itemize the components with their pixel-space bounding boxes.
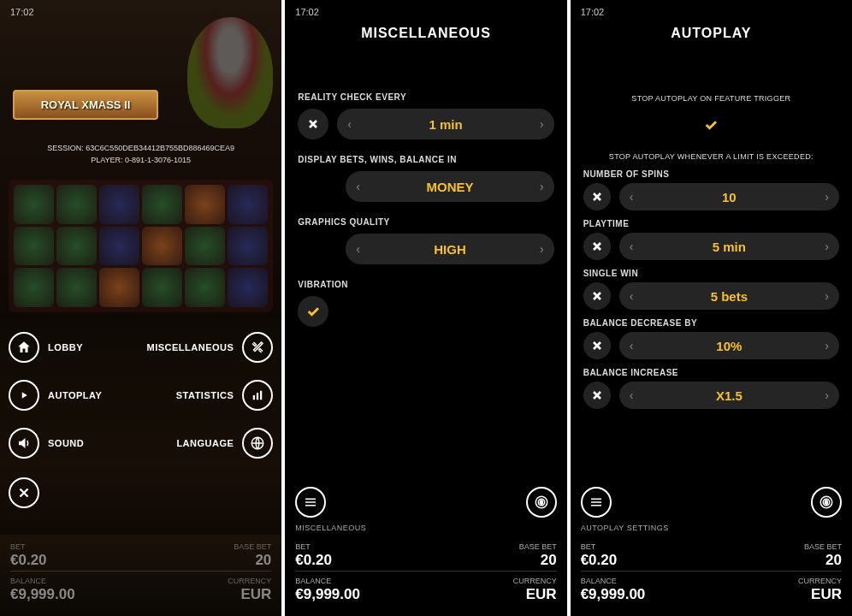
- panel-title: AUTOPLAY: [571, 26, 852, 41]
- speaker-icon: [16, 435, 32, 451]
- stop-limit-label: STOP AUTOPLAY WHENEVER A LIMIT IS EXCEED…: [583, 152, 839, 161]
- globe-icon: [250, 435, 265, 451]
- reel-symbol: [228, 185, 268, 224]
- chevron-left-icon[interactable]: ‹: [356, 180, 360, 193]
- reel-symbol: [228, 268, 268, 307]
- check-icon: [305, 304, 321, 319]
- bal-dec-disable[interactable]: [583, 332, 611, 359]
- sound-label: SOUND: [48, 438, 84, 448]
- basebet-label: BASE BET: [519, 542, 557, 551]
- menu-button[interactable]: [581, 487, 612, 518]
- bal-inc-selector[interactable]: ‹X1.5›: [619, 382, 839, 409]
- bal-dec-selector[interactable]: ‹10%›: [619, 332, 839, 359]
- spins-disable[interactable]: [583, 183, 611, 210]
- reel-symbol: [14, 185, 54, 224]
- stop-feature-toggle[interactable]: [695, 110, 726, 140]
- single-win-selector[interactable]: ‹5 bets›: [619, 282, 839, 310]
- chevron-left-icon[interactable]: ‹: [630, 240, 634, 253]
- menu-button[interactable]: [295, 487, 326, 518]
- chevron-left-icon[interactable]: ‹: [356, 242, 360, 256]
- reality-check-selector[interactable]: ‹ 1 min ›: [337, 109, 553, 139]
- bet-button[interactable]: $: [811, 487, 842, 518]
- sound-button[interactable]: [9, 428, 39, 459]
- chart-icon: [250, 388, 265, 403]
- chevron-right-icon[interactable]: ›: [825, 240, 829, 253]
- close-icon: [590, 339, 604, 352]
- chevron-left-icon[interactable]: ‹: [347, 117, 352, 131]
- spins-value: 10: [722, 190, 737, 204]
- balance-label: BALANCE: [581, 577, 646, 585]
- currency-label: CURRENCY: [513, 577, 557, 585]
- stop-feature-label: STOP AUTOPLAY ON FEATURE TRIGGER: [583, 94, 839, 103]
- basebet-label: BASE BET: [234, 542, 271, 551]
- vibration-label: VIBRATION: [298, 280, 553, 289]
- svg-rect-2: [260, 391, 262, 400]
- chevron-right-icon[interactable]: ›: [540, 117, 544, 131]
- display-mode-value: MONEY: [426, 180, 473, 194]
- bal-inc-label: BALANCE INCREASE: [583, 368, 839, 377]
- stats-bar: BET€0.20 BASE BET20 BALANCE€9,999.00 CUR…: [0, 537, 281, 616]
- misc-button[interactable]: [242, 332, 273, 363]
- svg-rect-0: [253, 395, 255, 400]
- chevron-left-icon[interactable]: ‹: [630, 339, 634, 352]
- currency-value: EUR: [811, 586, 842, 603]
- stats-button[interactable]: [242, 380, 273, 411]
- lobby-label: LOBBY: [48, 342, 83, 352]
- reel-symbol: [142, 227, 182, 266]
- check-icon: [703, 117, 719, 133]
- basebet-value: 20: [255, 552, 271, 569]
- language-button[interactable]: [242, 428, 273, 459]
- currency-label: CURRENCY: [798, 577, 842, 585]
- bal-inc-value: X1.5: [716, 388, 743, 403]
- chevron-left-icon[interactable]: ‹: [630, 388, 634, 402]
- tools-icon: [250, 340, 265, 355]
- reel-symbol: [14, 227, 54, 266]
- close-icon: [306, 117, 320, 131]
- svg-text:$: $: [540, 500, 543, 505]
- reel-symbol: [185, 185, 225, 224]
- chevron-right-icon[interactable]: ›: [540, 180, 544, 193]
- reality-check-disable[interactable]: [298, 109, 328, 139]
- bet-label: BET: [581, 542, 618, 551]
- chevron-right-icon[interactable]: ›: [825, 190, 829, 204]
- chevron-left-icon[interactable]: ‹: [630, 289, 634, 303]
- bet-button[interactable]: $: [526, 487, 557, 518]
- vibration-toggle[interactable]: [298, 296, 328, 327]
- game-menu-panel: 17:02 ROYAL XMASS II SESSION: 63C6C550DE…: [0, 0, 281, 616]
- reel-symbol: [142, 185, 182, 224]
- display-mode-selector[interactable]: ‹ MONEY ›: [346, 171, 553, 202]
- breadcrumb: AUTOPLAY SETTINGS: [581, 524, 669, 532]
- game-logo: ROYAL XMASS II: [13, 90, 158, 120]
- balance-value: €9,999.00: [581, 586, 646, 603]
- autoplay-button[interactable]: [9, 380, 39, 411]
- reel-symbol: [99, 185, 139, 224]
- bal-inc-disable[interactable]: [583, 382, 611, 409]
- chevron-right-icon[interactable]: ›: [825, 289, 829, 303]
- chevron-left-icon[interactable]: ‹: [630, 190, 634, 204]
- chip-icon: $: [819, 495, 834, 510]
- playtime-label: PLAYTIME: [583, 219, 839, 228]
- chevron-right-icon[interactable]: ›: [825, 388, 829, 402]
- panel-title: MISCELLANEOUS: [285, 26, 566, 41]
- chevron-right-icon[interactable]: ›: [540, 242, 544, 256]
- currency-value: EUR: [526, 586, 557, 603]
- reel-symbol: [185, 227, 225, 266]
- close-icon: [590, 388, 604, 402]
- spins-selector[interactable]: ‹10›: [619, 183, 839, 210]
- graphics-selector[interactable]: ‹ HIGH ›: [346, 234, 553, 264]
- home-icon: [16, 340, 32, 355]
- close-button[interactable]: [9, 477, 39, 508]
- breadcrumb: MISCELLANEOUS: [295, 524, 366, 532]
- bet-value: €0.20: [10, 552, 47, 569]
- miscellaneous-panel: 17:02 MISCELLANEOUS REALITY CHECK EVERY …: [285, 0, 566, 616]
- single-win-disable[interactable]: [583, 282, 611, 310]
- chevron-right-icon[interactable]: ›: [825, 339, 829, 352]
- balance-label: BALANCE: [10, 577, 75, 585]
- lobby-button[interactable]: [9, 332, 39, 363]
- clock: 17:02: [295, 7, 319, 17]
- play-icon: [16, 388, 32, 403]
- menu-row-4: [0, 477, 281, 508]
- close-icon: [590, 289, 604, 303]
- playtime-selector[interactable]: ‹5 min›: [619, 233, 839, 260]
- playtime-disable[interactable]: [583, 233, 611, 260]
